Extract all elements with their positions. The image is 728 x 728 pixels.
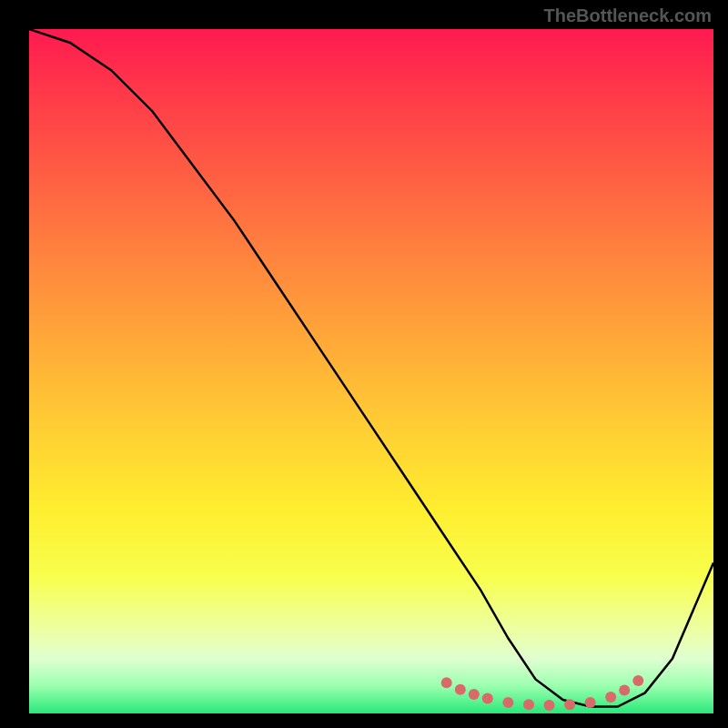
data-marker xyxy=(632,675,643,686)
data-marker xyxy=(502,697,513,708)
data-marker xyxy=(441,677,452,688)
data-marker xyxy=(455,684,466,695)
data-marker xyxy=(482,693,493,704)
chart-svg xyxy=(29,29,713,713)
chart-container: TheBottleneck.com xyxy=(0,0,728,728)
curve-line xyxy=(29,29,713,707)
data-marker xyxy=(544,700,555,711)
marker-group xyxy=(441,675,644,711)
line-series xyxy=(29,29,713,707)
data-marker xyxy=(469,689,480,700)
plot-area xyxy=(29,29,713,713)
watermark-text: TheBottleneck.com xyxy=(544,5,712,26)
data-marker xyxy=(619,684,630,695)
data-marker xyxy=(523,699,534,710)
data-marker xyxy=(585,697,596,708)
data-marker xyxy=(564,699,575,710)
data-marker xyxy=(605,692,616,703)
